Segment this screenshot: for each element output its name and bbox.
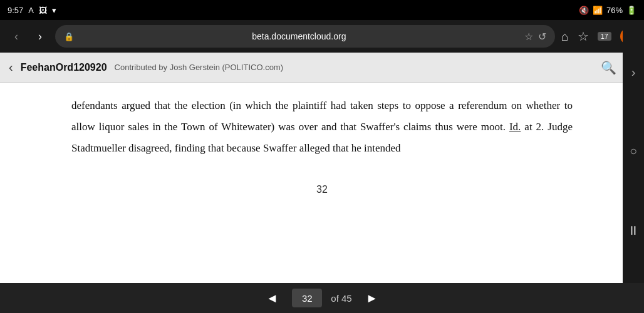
circle-icon: ○ (630, 144, 637, 158)
time-display: 9:57 (8, 6, 23, 15)
address-bar[interactable]: 🔒 beta.documentcloud.org ☆ ↺ (55, 25, 555, 48)
back-button[interactable]: ‹ (8, 30, 25, 43)
content-wrapper: defendants argued that the election (in … (0, 83, 644, 283)
image-icon: 🖼 (39, 6, 47, 15)
search-icon[interactable]: 🔍 (601, 60, 616, 75)
battery-percent: 76% (606, 6, 623, 15)
doc-back-button[interactable]: ‹ (9, 60, 13, 74)
page-number-display: 32 (21, 178, 623, 199)
page-number-input[interactable] (292, 289, 322, 307)
pause-icon: ⏸ (627, 223, 640, 238)
prev-page-button[interactable]: ◄ (261, 289, 284, 308)
page-number-text: 32 (316, 184, 328, 195)
signal-icon: 📶 (593, 6, 603, 15)
address-text: beta.documentcloud.org (79, 31, 519, 41)
mute-icon: 🔇 (579, 6, 589, 15)
right-edge-bar: › ○ ⏸ (623, 20, 644, 283)
browser-chrome: ‹ › 🔒 beta.documentcloud.org ☆ ↺ ⌂ ☆ 17 … (0, 20, 644, 53)
wifi-icon: ▾ (52, 6, 56, 15)
battery-icon: 🔋 (626, 6, 636, 15)
next-page-button[interactable]: ► (361, 289, 383, 308)
star-icon: ☆ (524, 31, 533, 43)
page-of-label: of 45 (331, 293, 351, 304)
doc-subtitle: Contributed by Josh Gerstein (POLITICO.c… (115, 63, 594, 72)
status-right: 🔇 📶 76% 🔋 (579, 6, 636, 15)
forward-button[interactable]: › (31, 30, 49, 43)
doc-page: defendants argued that the election (in … (21, 83, 623, 178)
doc-paragraph: defendants argued that the election (in … (71, 95, 573, 159)
tab-count[interactable]: 17 (598, 32, 611, 41)
status-left: 9:57 A 🖼 ▾ (8, 6, 56, 15)
lock-icon: 🔒 (64, 32, 74, 41)
a-icon: A (28, 6, 34, 15)
status-bar: 9:57 A 🖼 ▾ 🔇 📶 76% 🔋 (0, 0, 644, 20)
pagination-bar: ◄ of 45 ► (0, 283, 644, 313)
main-content: defendants argued that the election (in … (21, 83, 623, 283)
reload-icon[interactable]: ↺ (538, 31, 546, 43)
home-icon[interactable]: ⌂ (561, 29, 569, 44)
citation-id: Id. (509, 121, 521, 133)
chevron-right-icon[interactable]: › (631, 65, 636, 80)
doc-header: ‹ FeehanOrd120920 Contributed by Josh Ge… (0, 53, 644, 83)
doc-title: FeehanOrd120920 (21, 62, 107, 73)
bookmark-icon[interactable]: ☆ (578, 29, 589, 44)
